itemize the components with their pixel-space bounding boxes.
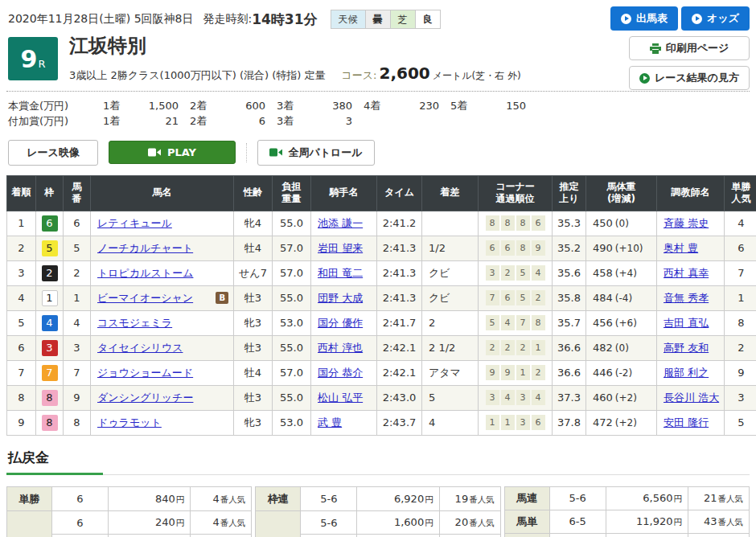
margin [422, 211, 479, 236]
play-button[interactable]: PLAY [109, 141, 236, 164]
combination: 6 [52, 486, 109, 511]
corner-pos: 8 [516, 240, 530, 256]
print-page-button[interactable]: 印刷用ページ [629, 36, 750, 60]
jockey-cell: 国分 優作 [311, 310, 377, 335]
result-guide-button[interactable]: レース結果の見方 [629, 66, 750, 90]
entry-table-label: 出馬表 [636, 11, 668, 26]
payout-title-rule [6, 474, 750, 475]
main-prize-label: 本賞金(万円) [8, 98, 92, 113]
corner-pos: 1 [516, 365, 530, 380]
horse-name-link[interactable]: ノーチカルチャート [97, 242, 193, 254]
jockey-link[interactable]: 和田 竜二 [318, 267, 363, 279]
horse-name-link[interactable]: ジョウショームード [97, 367, 193, 379]
horse-name-link[interactable]: コスモジェミラ [97, 317, 172, 329]
jockey-link[interactable]: 岩田 望来 [318, 242, 363, 254]
trainer-link[interactable]: 服部 利之 [664, 367, 709, 379]
entry-table-button[interactable]: 出馬表 [610, 6, 678, 31]
payout-amount: 6,920円 [357, 486, 439, 511]
course-label: コース: [342, 68, 377, 83]
trainer-link[interactable]: 吉田 直弘 [664, 317, 709, 329]
trainer-link[interactable]: 安田 隆行 [664, 416, 709, 428]
corner-pos: 3 [486, 265, 499, 281]
last-3f: 35.7 [553, 310, 586, 335]
sex-age: 牝3 [234, 410, 273, 435]
corner-pos: 5 [516, 290, 530, 305]
carried-weight: 57.0 [273, 236, 311, 260]
frame-cell: 8 [36, 385, 64, 410]
prize-amount: 380 [306, 98, 352, 113]
horse-name-cell: Bビーマイオーシャン [91, 285, 234, 310]
trainer-link[interactable]: 長谷川 浩大 [664, 391, 719, 404]
combination: 5 [52, 534, 109, 537]
corner-pos: 6 [501, 240, 515, 256]
jockey-cell: 岩田 望来 [311, 236, 377, 260]
table-row: 1 6 6 レティキュール 牝4 55.0 池添 謙一 2:41.2 8886 … [7, 211, 756, 236]
play-label: PLAY [167, 146, 196, 158]
table-row: 7 7 7 ジョウショームード 牡4 57.0 国分 恭介 2:42.1 アタマ… [7, 360, 756, 385]
trainer-link[interactable]: 奥村 豊 [664, 242, 698, 254]
body-weight-value: 482 [593, 342, 613, 354]
col-body-weight: 馬体重 (増減) [586, 175, 657, 211]
jockey-link[interactable]: 池添 謙一 [318, 217, 363, 229]
place-label: 2着 [190, 98, 219, 113]
col-frame: 枠 [36, 175, 64, 211]
horse-name-link[interactable]: ビーマイオーシャン [97, 292, 193, 304]
jockey-link[interactable]: 松山 弘平 [318, 391, 363, 404]
trainer-link[interactable]: 斉藤 崇史 [664, 217, 709, 229]
race-number: 9 [21, 45, 38, 73]
combination: 5-6 [301, 486, 357, 511]
weather-track-badges: 天候 曇 芝 良 [331, 10, 441, 29]
trainer-link[interactable]: 高野 友和 [664, 342, 709, 354]
prize-amount: 1,500 [132, 98, 179, 113]
jockey-link[interactable]: 西村 淳也 [318, 342, 363, 354]
jockey-link[interactable]: 国分 恭介 [318, 367, 363, 379]
trainer-link[interactable]: 西村 真幸 [664, 267, 709, 279]
corner-pos: 6 [486, 240, 499, 256]
race-video-button[interactable]: レース映像 [8, 140, 98, 166]
horse-name-link[interactable]: タイセイシリウス [97, 342, 183, 354]
print-page-label: 印刷用ページ [666, 41, 729, 55]
corner-order: 2221 [479, 335, 553, 360]
body-weight-diff: (+6) [615, 318, 637, 329]
place-label: 2着 [190, 113, 219, 129]
payout-amount: 240円 [109, 511, 191, 534]
frame-badge: 3 [42, 340, 58, 356]
prize-amount: 230 [392, 98, 439, 113]
last-3f: 35.3 [553, 211, 586, 236]
sex-age: せん7 [234, 260, 273, 285]
jockey-link[interactable]: 武 豊 [318, 416, 342, 428]
weather-label: 天候 [331, 10, 365, 28]
payout-popularity: 4番人気 [191, 511, 252, 534]
payout-row-quinella: 馬連 5-6 6,560円 21番人気 [504, 486, 749, 510]
horse-number: 5 [64, 236, 91, 260]
carried-weight: 55.0 [273, 211, 311, 236]
horse-name-link[interactable]: ダンシングリッチー [97, 391, 193, 404]
trainer-cell: 斉藤 崇史 [657, 211, 725, 236]
odds-button[interactable]: オッズ [681, 6, 750, 31]
frame-cell: 7 [36, 360, 64, 385]
trainer-cell: 吉田 直弘 [657, 310, 725, 335]
finish-position: 5 [7, 310, 36, 335]
patrol-label: 全周パトロール [288, 146, 362, 160]
win-popularity: 7 [725, 260, 756, 285]
corner-pos: 3 [516, 415, 530, 430]
last-3f: 36.6 [553, 360, 586, 385]
finish-position: 1 [7, 211, 36, 236]
jockey-link[interactable]: 団野 大成 [318, 292, 363, 304]
body-weight-diff: (+2) [615, 392, 637, 404]
race-video-label: レース映像 [27, 146, 80, 160]
frame-badge: 8 [42, 390, 58, 406]
horse-name-link[interactable]: ドゥラモット [97, 416, 162, 428]
carried-weight: 55.0 [273, 385, 311, 410]
patrol-video-button[interactable]: 全周パトロール [257, 140, 375, 166]
corner-pos: 2 [532, 290, 545, 305]
horse-name-link[interactable]: トロピカルストーム [97, 267, 193, 279]
corner-pos: 1 [532, 340, 545, 355]
payout-amount: 390円 [109, 534, 191, 537]
body-weight-value: 456 [593, 317, 613, 329]
frame-cell: 3 [36, 335, 64, 360]
horse-name-link[interactable]: レティキュール [97, 217, 172, 229]
trainer-link[interactable]: 音無 秀孝 [664, 292, 709, 304]
margin: クビ [422, 260, 479, 285]
jockey-link[interactable]: 国分 優作 [318, 317, 363, 329]
